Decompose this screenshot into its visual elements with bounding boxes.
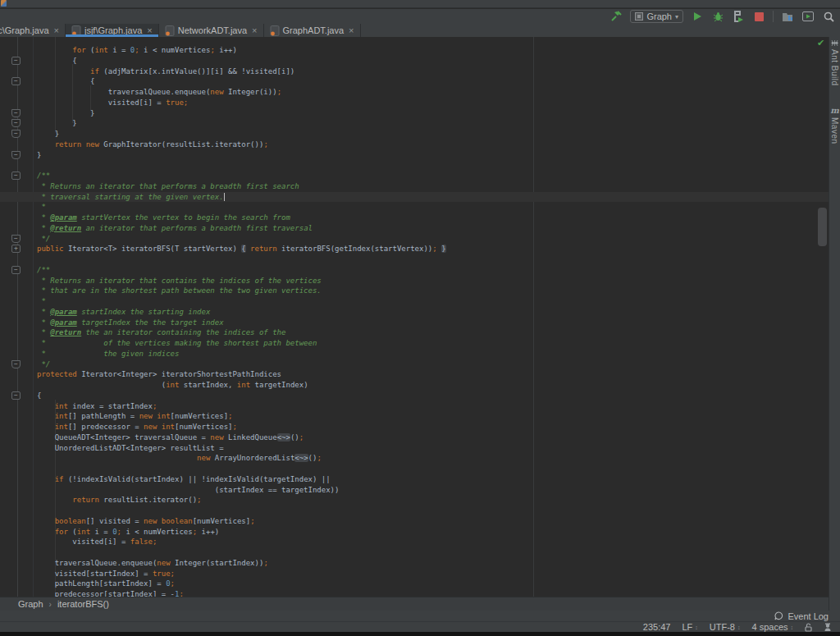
fold-collapse-icon[interactable]: − xyxy=(11,172,21,180)
close-icon[interactable]: × xyxy=(54,26,59,34)
project-structure-icon[interactable] xyxy=(781,10,794,23)
code-line[interactable]: * of the vertices making the shortest pa… xyxy=(0,338,829,349)
code-line[interactable]: * traversal starting at the given vertex… xyxy=(0,192,829,203)
code-line[interactable]: /** xyxy=(0,171,829,181)
code-line[interactable]: if (!indexIsValid(startIndex) || !indexI… xyxy=(0,474,829,485)
code-line[interactable]: * Returns an iterator that performs a br… xyxy=(0,181,829,192)
code-line[interactable]: */ xyxy=(0,359,829,370)
run-window-icon[interactable] xyxy=(801,10,815,23)
hector-inspector-icon[interactable] xyxy=(824,623,832,632)
code-line[interactable]: * @return the an iterator containing the… xyxy=(0,327,829,338)
close-icon[interactable]: × xyxy=(252,26,257,34)
chevron-down-icon: ▾ xyxy=(675,13,678,21)
caret-position-widget[interactable]: 235:47 xyxy=(643,622,671,632)
run-button[interactable] xyxy=(691,10,704,23)
code-line[interactable]: visited[i] = false; xyxy=(0,537,829,547)
code-line[interactable]: */ xyxy=(0,234,829,245)
code-line[interactable]: if (adjMatrix[x.intValue()][i] && !visit… xyxy=(0,66,829,77)
code-line[interactable] xyxy=(0,547,829,558)
code-editor[interactable]: for (int i = 0; i < numVertices; i++) { … xyxy=(0,37,829,597)
code-line[interactable]: for (int i = 0; i < numVertices; i++) xyxy=(0,527,829,538)
run-configuration-dropdown[interactable]: Graph ▾ xyxy=(630,10,683,23)
close-icon[interactable]: × xyxy=(147,26,152,34)
tab-src-graph-java[interactable]: src\Graph.java × xyxy=(0,24,66,37)
build-hammer-icon[interactable] xyxy=(609,10,623,23)
code-line[interactable]: public Iterator<T> iteratorBFS(T startVe… xyxy=(0,244,829,254)
code-line[interactable]: protected Iterator<Integer> iteratorShor… xyxy=(0,369,829,380)
event-log-button[interactable]: Event Log xyxy=(788,611,829,621)
code-line[interactable]: predecessor[startIndex] = -1; xyxy=(0,589,829,597)
code-line[interactable]: } xyxy=(0,150,829,161)
tab-networkadt-java[interactable]: NetworkADT.java × xyxy=(159,24,264,37)
code-line[interactable] xyxy=(0,464,829,474)
code-line[interactable]: traversalQueue.enqueue(new Integer(start… xyxy=(0,558,829,569)
tab-graphadt-java[interactable]: GraphADT.java × xyxy=(264,24,361,37)
readonly-lock-icon[interactable] xyxy=(805,623,812,632)
search-everywhere-icon[interactable] xyxy=(822,10,835,23)
code-line[interactable]: * that are in the shortest path between … xyxy=(0,286,829,296)
code-line[interactable]: int[] predecessor = new int[numVertices]… xyxy=(0,422,829,432)
code-lines[interactable]: for (int i = 0; i < numVertices; i++) { … xyxy=(0,37,829,597)
breadcrumb-item-method[interactable]: iteratorBFS() xyxy=(57,599,109,609)
fold-collapse-icon[interactable]: − xyxy=(11,360,21,368)
code-line[interactable]: * @param startIndex the starting index xyxy=(0,307,829,318)
fold-collapse-icon[interactable]: − xyxy=(11,57,21,65)
code-line[interactable]: * @param startVertex the vertex to begin… xyxy=(0,213,829,223)
fold-collapse-icon[interactable]: − xyxy=(11,391,21,400)
run-with-coverage-icon[interactable] xyxy=(732,10,745,23)
code-line[interactable] xyxy=(0,160,829,171)
code-line[interactable]: * xyxy=(0,202,829,213)
close-icon[interactable]: × xyxy=(349,26,354,34)
code-line[interactable]: /** xyxy=(0,265,829,276)
fold-collapse-icon[interactable]: − xyxy=(11,109,21,117)
code-line[interactable]: (int startIndex, int targetIndex) xyxy=(0,380,829,391)
code-line[interactable]: { xyxy=(0,56,829,66)
code-line[interactable]: UnorderedListADT<Integer> resultList = xyxy=(0,443,829,454)
code-line[interactable]: pathLength[startIndex] = 0; xyxy=(0,579,829,589)
fold-collapse-icon[interactable]: − xyxy=(11,151,21,159)
indent-widget[interactable]: 4 spaces↕ xyxy=(751,622,793,632)
code-line[interactable]: } xyxy=(0,108,829,119)
fold-collapse-icon[interactable]: − xyxy=(11,266,21,274)
code-line[interactable]: (startIndex == targetIndex)) xyxy=(0,485,829,496)
fold-collapse-icon[interactable]: − xyxy=(11,235,21,243)
stop-button[interactable] xyxy=(752,10,765,23)
code-line[interactable]: boolean[] visited = new boolean[numVerti… xyxy=(0,516,829,527)
tab-jsjf-graph-java[interactable]: jsjf\Graph.java × xyxy=(66,24,159,37)
code-line[interactable]: for (int i = 0; i < numVertices; i++) xyxy=(0,45,829,56)
code-line[interactable]: * the given indices xyxy=(0,349,829,359)
fold-collapse-icon[interactable]: − xyxy=(11,130,21,138)
breadcrumb-item-class[interactable]: Graph xyxy=(18,599,43,609)
code-line[interactable]: QueueADT<Integer> traversalQueue = new L… xyxy=(0,432,829,443)
code-line[interactable] xyxy=(0,254,829,265)
editor-scrollbar-thumb[interactable] xyxy=(818,208,827,246)
inspection-ok-icon[interactable]: ✔ xyxy=(817,38,824,48)
code-line[interactable]: * @return an iterator that performs a br… xyxy=(0,223,829,234)
toolwindow-maven[interactable]: m Maven xyxy=(830,106,839,144)
code-line[interactable]: int index = startIndex; xyxy=(0,401,829,412)
code-line[interactable]: * @param targetIndex the the target inde… xyxy=(0,318,829,328)
code-line[interactable]: * xyxy=(0,296,829,307)
code-line[interactable]: } xyxy=(0,118,829,129)
maven-icon: m xyxy=(830,106,839,115)
debug-bug-icon[interactable] xyxy=(711,10,724,23)
code-line[interactable]: int[] pathLength = new int[numVertices]; xyxy=(0,411,829,422)
fold-expand-icon[interactable]: + xyxy=(11,245,21,253)
code-line[interactable]: visited[startIndex] = true; xyxy=(0,569,829,579)
line-ending-widget[interactable]: LF↕ xyxy=(682,622,697,632)
code-line[interactable] xyxy=(0,506,829,516)
code-line[interactable]: * Returns an iterator that contains the … xyxy=(0,276,829,286)
toolbar-separator xyxy=(773,11,774,22)
code-line[interactable]: { xyxy=(0,391,829,401)
code-line[interactable]: return resultList.iterator(); xyxy=(0,495,829,506)
code-line[interactable]: traversalQueue.enqueue(new Integer(i)); xyxy=(0,87,829,98)
encoding-widget[interactable]: UTF-8↕ xyxy=(710,622,741,632)
code-line[interactable]: new ArrayUnorderedList<~>(); xyxy=(0,453,829,464)
code-line[interactable]: visited[i] = true; xyxy=(0,98,829,108)
code-line[interactable]: { xyxy=(0,76,829,87)
fold-collapse-icon[interactable]: − xyxy=(11,119,21,127)
fold-collapse-icon[interactable]: − xyxy=(11,77,21,85)
toolwindow-ant-build[interactable]: Ant Build xyxy=(830,39,839,86)
code-line[interactable]: return new GraphIterator(resultList.iter… xyxy=(0,140,829,150)
code-line[interactable]: } xyxy=(0,129,829,140)
